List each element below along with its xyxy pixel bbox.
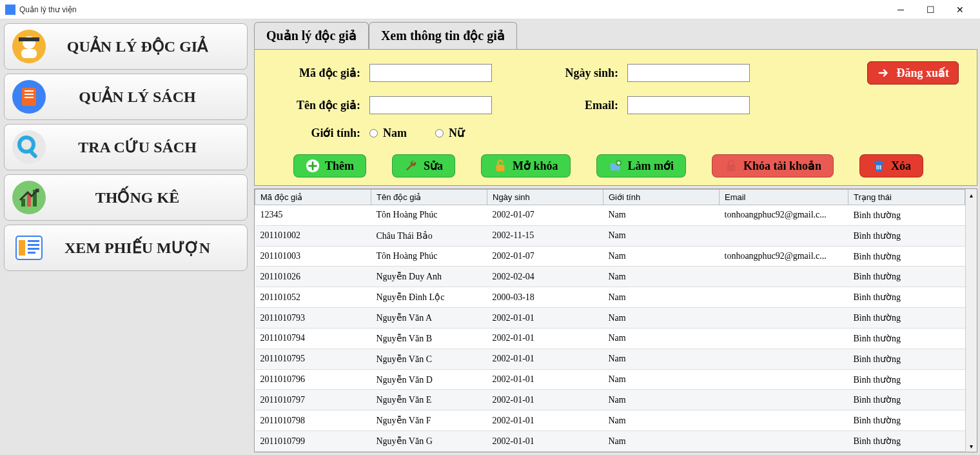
table-cell: Tôn Hoàng Phúc [371,205,487,226]
svg-rect-28 [874,162,884,164]
table-row[interactable]: 2011010799Nguyễn Văn G2002-01-01NamBình … [255,431,965,452]
table-cell: 201101026 [255,267,371,287]
column-header[interactable]: Mã độc giả [255,190,371,205]
table-cell: Nam [603,390,720,410]
svg-rect-3 [19,37,39,41]
column-header[interactable]: Giới tính [603,190,720,205]
table-cell: Bình thường [848,308,965,329]
table-cell: tonhoangphuc92@gmail.c... [720,246,848,267]
table-cell: 2002-01-01 [487,308,603,329]
scrollbar[interactable]: ▴ ▾ [965,189,977,452]
table-cell: Bình thường [848,328,965,349]
logout-button[interactable]: Đăng xuất [867,61,959,85]
input-email[interactable] [627,96,750,114]
delete-button[interactable]: Xóa [859,154,923,177]
svg-rect-13 [21,199,25,207]
table-row[interactable]: 2011010794Nguyễn Văn B2002-01-01NamBình … [255,328,965,349]
table-cell: 2011010799 [255,431,371,452]
add-button[interactable]: Thêm [293,154,366,177]
edit-button[interactable]: Sửa [392,154,455,177]
table-cell: Bình thường [848,349,965,369]
table-cell: Bình thường [848,410,965,431]
table-cell: Bình thường [848,267,965,287]
table-row[interactable]: 2011010796Nguyễn Văn D2002-01-01NamBình … [255,369,965,390]
table-cell: Bình thường [848,390,965,410]
table-cell: 2011010796 [255,369,371,390]
refresh-plus-icon [609,159,623,173]
table-cell: Bình thường [848,225,965,246]
input-dob[interactable] [627,64,750,82]
table-cell: 2002-01-01 [487,328,603,349]
table-row[interactable]: 2011010798Nguyễn Văn F2002-01-01NamBình … [255,410,965,431]
table-cell: Bình thường [848,205,965,226]
sidebar-item-loan[interactable]: XEM PHIẾU MƯỢN [4,225,248,271]
column-header[interactable]: Tên độc giả [371,190,487,205]
column-header[interactable]: Trạng thái [848,190,965,205]
refresh-button[interactable]: Làm mới [596,154,687,177]
radio-female-input[interactable] [435,129,444,137]
lock-button[interactable]: Khóa tài khoản [712,154,834,177]
wrench-icon [404,159,418,173]
sidebar-item-stats[interactable]: THỐNG KÊ [4,174,248,221]
sidebar-item-books[interactable]: QUẢN LÝ SÁCH [4,74,248,120]
table-cell: Nam [603,225,720,246]
table-row[interactable]: 2011010795Nguyễn Văn C2002-01-01NamBình … [255,349,965,369]
table-row[interactable]: 2011010793Nguyễn Văn A2002-01-01NamBình … [255,308,965,329]
main-panel: Quản lý độc giả Xem thông tin độc giả Mã… [251,19,980,455]
table-row[interactable]: 201101002Châu Thái Bảo2002-11-15NamBình … [255,225,965,246]
sidebar-item-readers[interactable]: QUẢN LÝ ĐỘC GIẢ [4,23,248,70]
table-cell: 2002-01-01 [487,369,603,390]
edit-label: Sửa [424,159,443,173]
radio-male[interactable]: Nam [369,126,407,140]
search-icon [12,130,46,164]
tab-view-reader[interactable]: Xem thông tin độc giả [369,22,517,49]
logout-arrow-icon [877,66,891,80]
reader-table[interactable]: Mã độc giảTên độc giảNgày sinhGiới tínhE… [255,189,965,452]
scroll-down-icon[interactable]: ▾ [966,440,977,452]
table-cell: Nam [603,308,720,329]
logout-label: Đăng xuất [896,66,949,80]
sidebar-item-search[interactable]: TRA CỨU SÁCH [4,124,248,170]
table-cell: 201101002 [255,225,371,246]
sidebar-item-label: QUẢN LÝ ĐỘC GIẢ [55,37,239,56]
svg-rect-6 [24,90,34,92]
table-cell: Nam [603,410,720,431]
lock-label: Khóa tài khoản [743,159,821,173]
table-row[interactable]: 201101003Tôn Hoàng Phúc2002-01-07Namtonh… [255,246,965,267]
radio-female[interactable]: Nữ [435,126,464,140]
trash-icon [872,159,886,173]
unlock-button[interactable]: Mở khóa [481,154,571,177]
table-row[interactable]: 201101026Nguyễn Duy Anh2002-02-04NamBình… [255,267,965,287]
input-reader-id[interactable] [369,64,492,82]
column-header[interactable]: Email [720,190,848,205]
table-row[interactable]: 12345Tôn Hoàng Phúc2002-01-07Namtonhoang… [255,205,965,226]
unlock-label: Mở khóa [513,159,558,173]
table-cell: Bình thường [848,246,965,267]
table-row[interactable]: 201101052Nguyễn Đình Lộc2000-03-18NamBìn… [255,287,965,308]
svg-rect-19 [28,244,39,246]
label-gender: Giới tính: [273,126,369,140]
table-row[interactable]: 2011010797Nguyễn Văn E2002-01-01NamBình … [255,390,965,410]
table-cell [720,410,848,431]
table-cell: 2002-01-07 [487,246,603,267]
table-cell: Nguyễn Văn C [371,349,487,369]
table-cell [720,287,848,308]
table-cell [720,225,848,246]
close-button[interactable]: ✕ [945,0,975,19]
table-cell: 2002-01-01 [487,349,603,369]
table-cell [720,349,848,369]
refresh-label: Làm mới [628,159,674,173]
sidebar-item-label: XEM PHIẾU MƯỢN [55,239,239,257]
input-reader-name[interactable] [369,96,492,114]
tab-manage-reader[interactable]: Quản lý độc giả [254,22,369,49]
titlebar: Quản lý thư viện ─ ☐ ✕ [0,0,980,19]
svg-rect-20 [28,248,39,250]
maximize-button[interactable]: ☐ [916,0,945,19]
column-header[interactable]: Ngày sinh [487,190,603,205]
scroll-up-icon[interactable]: ▴ [966,189,977,201]
minimize-button[interactable]: ─ [886,0,916,19]
table-cell: Nguyễn Duy Anh [371,267,487,287]
radio-male-input[interactable] [369,129,378,137]
table-cell: Nguyễn Văn G [371,431,487,452]
table-cell: 2011010794 [255,328,371,349]
